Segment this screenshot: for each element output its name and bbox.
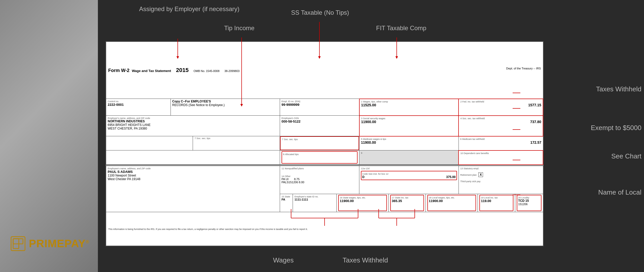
box15-state-cell: 15 State PA — [280, 194, 293, 212]
form-ein-num: 38-2099803 — [224, 69, 240, 73]
box1-label: 1 Wages, tips, other comp — [361, 100, 388, 103]
box19-label: 19 Local inc. tax — [481, 196, 498, 199]
box6-value: 172.57 — [530, 140, 541, 145]
employee-name-cell: Employee's name, address, and ZIP code P… — [106, 166, 280, 212]
employee-ssn-label: Employee's SSN — [282, 117, 299, 119]
employee-addr1: 1100 Newport Street — [108, 174, 136, 177]
employee-name-label: Employee's name, address, and ZIP code — [108, 167, 151, 170]
employer-addr2: WEST CHESTER, PA 19380 — [108, 127, 147, 130]
box3-value: 11900.00 — [361, 120, 376, 124]
copy-c-cell: Copy C--For EMPLOYEE'S RECORDS (See Noti… — [171, 99, 280, 116]
box16-cell: 16 State wages, tips, etc. 11900.00 — [337, 194, 389, 212]
box10-label: 10 Dependent care benefits — [460, 152, 489, 155]
box4-label: 4 Soc. sec. tax withheld — [460, 117, 485, 120]
box6-cell: 6 Medicare tax withheld 172.57 — [459, 136, 543, 150]
form-row-4: 8 Allocated tips 9 10 Dependent care ben… — [106, 150, 543, 165]
box20-label: 20 Locality — [518, 196, 529, 199]
box4-cell: 4 Soc. sec. tax withheld 737.80 — [459, 116, 543, 136]
annotation-see-chart: See Chart — [611, 152, 641, 160]
box14-item2: PALS151206 8.00 — [282, 181, 304, 184]
box11-cell: 11 Nonqualified plans 14 Other PA UI 8.7… — [280, 166, 359, 194]
box16-value: 11900.00 — [340, 199, 354, 203]
box13-label: 13 Statutory empl. — [460, 167, 479, 170]
logo-wordmark: PRIMEPAY — [29, 237, 86, 250]
row4-left — [106, 150, 280, 165]
annotation-ss-taxable: SS Taxable (No Tips) — [291, 9, 349, 16]
box14-item1: PA UI 8.75 — [282, 178, 300, 181]
box4-value: 737.80 — [530, 120, 541, 124]
control-no-label: Control no. — [108, 100, 119, 103]
box18-value: 11900.00 — [429, 199, 443, 203]
box5-label: 5 Medicare wages & tips — [361, 138, 386, 140]
form-row-3: 7 Soc. sec. tips 7 Soc. sec. tips 5 Medi — [106, 136, 543, 150]
form-dept: Dept. of the Treasury -- IRS — [506, 67, 541, 70]
annotation-exempt-5000: Exempt to $5000 — [591, 124, 641, 132]
form-row-2: Employer's name, address, and ZIP code N… — [106, 116, 543, 136]
employer-id-label: Empl. ID no. (EIN) — [282, 100, 300, 103]
annotation-tip-income: Tip Income — [224, 25, 255, 32]
employee-name: PAUL S ADAMS — [108, 170, 133, 174]
employee-ssn-cell: Employee's SSN 000-58-5122 — [280, 116, 359, 136]
row3-spacer: 7 Soc. sec. tips — [106, 136, 280, 150]
box2-value: 1577.15 — [528, 103, 541, 107]
form-title: Form W-2 — [108, 68, 130, 73]
form-row-5: Employee's name, address, and ZIP code P… — [106, 166, 543, 194]
box15-state-label: 15 State — [282, 195, 290, 198]
employer-name-cell: Employer's name, address, and ZIP code N… — [106, 116, 280, 136]
svg-rect-2 — [13, 239, 23, 244]
box7-area: 7 Soc. sec. tips — [280, 136, 359, 150]
box16-label: 16 State wages, tips, etc. — [340, 196, 366, 199]
form-footnote-cell: This information is being furnished to t… — [106, 212, 543, 246]
main-container: PRIMEPAY® Assigned by Employer (if neces… — [0, 0, 644, 272]
box7-label: 7 Soc. sec. tips — [194, 137, 278, 140]
box15-employer-id-cell: Employer's state ID no. 1111-1111 — [293, 194, 337, 212]
box20-value1: TCD 15 — [518, 199, 529, 203]
employee-addr2: West Chester PA 19148 — [108, 177, 140, 181]
box10-cell: 10 Dependent care benefits — [459, 150, 543, 165]
copy-c-text: Copy C--For EMPLOYEE'S — [172, 100, 211, 103]
annotation-taxes-withheld-bottom: Taxes Withheld — [343, 256, 388, 264]
box8-cell: 8 Allocated tips — [280, 150, 359, 165]
employer-addr1: 6954 BRIGHT HEIGHTS LANE — [108, 123, 151, 127]
box3-label: 3 Social security wages — [361, 117, 385, 120]
box5-value: 11900.00 — [361, 140, 376, 145]
box14-other-label: 14 Other — [282, 175, 358, 178]
box2-cell: 2 Fed. inc. tax withheld 1577.15 — [459, 99, 543, 116]
box3-cell: 3 Social security wages 11900.00 — [359, 116, 459, 136]
employer-name: NORTHERN INDUSTRIES — [108, 119, 145, 123]
box18-cell: 18 Local wages, tips, etc. 11900.00 — [426, 194, 478, 212]
box9-label: 9 — [361, 152, 362, 154]
logo-trademark: ® — [86, 239, 89, 244]
box12-cell: 12a-12d Code See inst. for box 12 D 375.… — [359, 166, 459, 194]
box19-value: 119.00 — [481, 199, 491, 203]
box19-cell: 19 Local inc. tax 119.00 — [478, 194, 515, 212]
box12-code-label: Code See inst. for box 12 — [362, 173, 388, 175]
box1-value: 11525.00 — [361, 103, 376, 107]
box17-cell: 17 State inc. tax 365.35 — [388, 194, 426, 212]
left-panel: PRIMEPAY® — [0, 0, 98, 272]
box1-cell: 1 Wages, tips, other comp 11525.00 — [359, 99, 459, 116]
box20-cell: 20 Locality TCD 15 151206 — [515, 194, 543, 212]
box9-cell: 9 — [359, 150, 459, 165]
state-row-inner: 15 State PA Employer's state ID no. 1111… — [280, 194, 543, 212]
form-year: 2015 — [176, 67, 189, 73]
box12-letter: D — [362, 175, 365, 179]
annotation-fit-taxable: FIT Taxable Comp — [376, 25, 426, 32]
box12-value: 375.00 — [446, 175, 456, 179]
content-area: Assigned by Employer (if necessary) Tip … — [98, 0, 644, 272]
state-inner-table: 15 State PA Employer's state ID no. 1111… — [280, 194, 543, 212]
form-title-cell: Form W-2 Wage and Tax Statement 2015 OMB… — [106, 42, 543, 99]
employer-id-value: 99-9999999 — [282, 103, 299, 107]
annotation-wages: Wages — [273, 256, 294, 264]
w2-form: Form W-2 Wage and Tax Statement 2015 OMB… — [106, 41, 544, 246]
box15-employer-id-label: Employer's state ID no. — [294, 195, 318, 198]
annotation-name-of-local: Name of Local — [598, 188, 641, 196]
form-header-row: Form W-2 Wage and Tax Statement 2015 OMB… — [106, 42, 543, 99]
retirement-plan-value: X — [478, 172, 483, 177]
control-no-cell: Control no. 2222-0001 — [106, 99, 171, 116]
box20-value2: 151206 — [518, 203, 528, 206]
box2-label: 2 Fed. inc. tax withheld — [460, 100, 484, 103]
form-omb: OMB No. 1545-0008 — [193, 69, 219, 73]
box17-label: 17 State inc. tax — [392, 196, 409, 199]
third-party-label: Third-party sick pay — [460, 180, 481, 183]
